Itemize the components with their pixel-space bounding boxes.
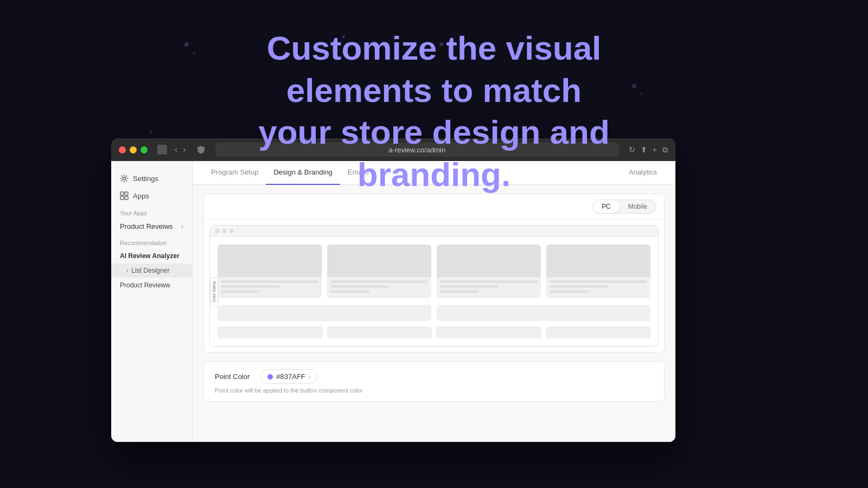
hero-line1: Customize the visual elements to match <box>267 29 602 109</box>
product-lines-2 <box>327 277 431 298</box>
product-line <box>550 280 647 283</box>
row-banner-sm-4 <box>546 326 651 338</box>
product-line <box>221 285 279 288</box>
color-stamp-container: Color Stamp <box>210 277 218 306</box>
ai-review-analyzer-label: AI Review Analyzer <box>120 252 180 260</box>
product-card-3 <box>437 245 541 298</box>
product-image-1 <box>218 245 322 277</box>
row-banner-1 <box>218 305 431 321</box>
preview-panel: PC Mobile <box>203 194 665 352</box>
point-color-description: Point color will be applied to the butto… <box>215 387 653 394</box>
product-line <box>550 290 589 293</box>
sidebar-item-product-reviews[interactable]: Product Reveiws › <box>111 219 192 234</box>
product-review-label: Product Revieww <box>120 281 170 289</box>
mini-browser-preview: Color Stamp <box>209 225 659 346</box>
mobile-button[interactable]: Mobile <box>620 200 656 213</box>
product-card-2 <box>327 245 431 298</box>
pc-button[interactable]: PC <box>593 200 620 213</box>
row-banner-2 <box>437 305 650 321</box>
mini-tl-3 <box>229 229 234 233</box>
sidebar-item-ai-review-analyzer[interactable]: AI Review Analyzer <box>111 248 192 264</box>
row-banner-sm-1 <box>218 326 323 338</box>
product-lines-4 <box>546 277 650 298</box>
product-card-4 <box>546 245 650 298</box>
row-banner-sm-2 <box>327 326 432 338</box>
mini-body: Color Stamp <box>210 237 658 346</box>
hero-section: Customize the visual elements to match y… <box>0 27 868 195</box>
product-lines-1 <box>218 277 322 298</box>
row-banners <box>218 305 650 321</box>
preview-header: PC Mobile <box>204 194 664 220</box>
sidebar-item-product-review[interactable]: Product Revieww <box>111 278 192 293</box>
color-stamp: Color Stamp <box>210 277 218 306</box>
browser-body: Settings Apps Your Apps Product Reveiws … <box>111 161 675 442</box>
product-lines-3 <box>437 277 541 298</box>
product-line <box>550 285 608 288</box>
point-color-label: Point Color <box>215 373 250 381</box>
product-line <box>330 290 369 293</box>
product-line <box>330 280 428 283</box>
chevron-right-small-icon: › <box>126 268 128 274</box>
recommendation-section-label: Recommendation <box>111 234 192 248</box>
point-color-row: Point Color #837AFF › <box>215 369 653 384</box>
color-picker-button[interactable]: #837AFF › <box>260 369 317 384</box>
row-banner-sm-3 <box>436 326 541 338</box>
content-area: PC Mobile <box>193 185 675 442</box>
mini-browser-bar <box>210 226 658 237</box>
hero-line2: your store design and branding. <box>258 113 610 193</box>
mini-tl-1 <box>215 229 220 233</box>
device-toggle: PC Mobile <box>592 200 656 214</box>
chevron-right-icon: › <box>181 223 183 230</box>
product-line <box>221 280 318 283</box>
color-dot <box>267 374 273 380</box>
your-apps-section-label: Your Apps <box>111 204 192 219</box>
product-grid <box>218 245 650 298</box>
main-content: Program Setup Design & Branding Emails A… <box>193 161 675 442</box>
product-line <box>440 285 499 288</box>
product-line <box>330 285 389 288</box>
product-line <box>440 280 538 283</box>
mini-tl-2 <box>222 229 227 233</box>
sidebar: Settings Apps Your Apps Product Reveiws … <box>111 161 193 442</box>
product-card-1 <box>218 245 322 298</box>
svg-rect-4 <box>125 196 128 200</box>
product-line <box>440 290 479 293</box>
product-reviews-label: Product Reveiws <box>120 222 173 230</box>
product-line <box>221 290 260 293</box>
sidebar-item-list-designer[interactable]: › List Designer <box>111 264 192 278</box>
row-banner-bottom <box>218 326 650 338</box>
chevron-right-icon: › <box>309 374 311 380</box>
product-image-2 <box>327 245 431 277</box>
product-image-3 <box>437 245 541 277</box>
list-designer-label: List Designer <box>131 267 169 274</box>
color-value: #837AFF <box>276 373 305 381</box>
product-image-4 <box>546 245 650 277</box>
svg-rect-3 <box>120 196 124 200</box>
point-color-section: Point Color #837AFF › Point color will b… <box>203 361 665 402</box>
